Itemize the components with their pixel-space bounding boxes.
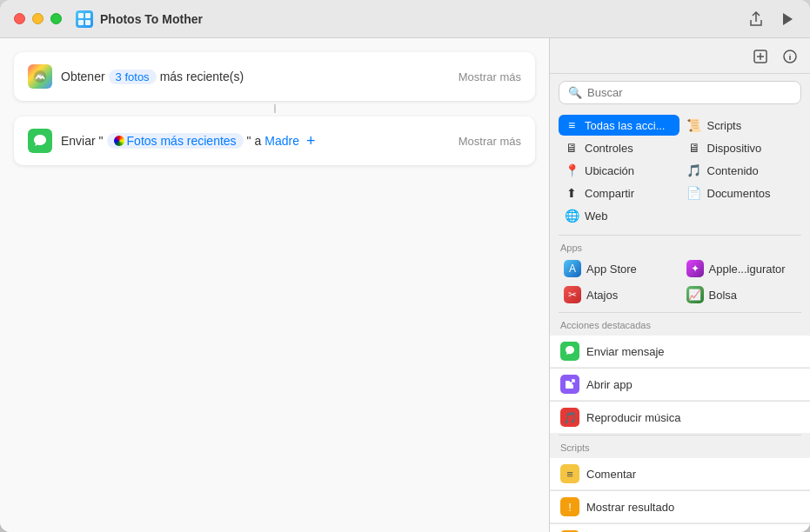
minimize-button[interactable] <box>32 13 44 24</box>
action-mostrar-alerta[interactable]: ! Mostrar alerta <box>550 523 810 532</box>
featured-divider <box>559 312 801 313</box>
traffic-lights <box>14 13 62 24</box>
enviar-recipient[interactable]: Madre <box>264 134 299 148</box>
apps-grid: A App Store ✦ Apple...igurator ✂ Atajos … <box>550 255 810 310</box>
add-recipient-button[interactable]: + <box>306 132 316 150</box>
cat-documentos[interactable]: 📄 Documentos <box>681 183 802 203</box>
contenido-icon: 🎵 <box>686 163 702 177</box>
obtener-mostrar-mas[interactable]: Mostrar más <box>445 70 521 83</box>
action-mostrar-resultado[interactable]: ! Mostrar resultado <box>550 490 810 522</box>
action-abrir-app[interactable]: Abrir app <box>550 368 810 400</box>
reproducir-label: Reproducir música <box>586 411 680 424</box>
svg-rect-1 <box>85 13 90 18</box>
titlebar: Photos To Mother <box>0 0 810 38</box>
categories-grid: ≡ Todas las acci... 📜 Scripts 🖥 Controle… <box>550 111 810 233</box>
right-header <box>550 38 810 74</box>
apps-divider <box>559 235 801 236</box>
titlebar-actions <box>747 10 796 28</box>
todas-icon: ≡ <box>564 118 579 132</box>
cat-controles[interactable]: 🖥 Controles <box>559 137 679 158</box>
ubicacion-icon: 📍 <box>564 163 579 177</box>
enviar-prefix: Enviar " <box>61 134 104 148</box>
enviar-text: Enviar " Fotos más recientes " a Madre + <box>61 132 436 150</box>
documentos-icon: 📄 <box>686 186 702 200</box>
svg-rect-3 <box>85 20 90 25</box>
cat-dispositivo-label: Dispositivo <box>707 142 762 155</box>
fotos-dot-icon <box>114 136 124 146</box>
action-reproducir[interactable]: 🎵 Reproducir música <box>550 401 810 433</box>
scripts-divider <box>559 435 801 436</box>
app-bolsa[interactable]: 📈 Bolsa <box>681 283 802 307</box>
enviar-mostrar-mas[interactable]: Mostrar más <box>445 135 521 148</box>
cat-compartir-label: Compartir <box>585 187 634 200</box>
cat-contenido-label: Contenido <box>707 164 759 177</box>
featured-actions-list: Enviar mensaje Abrir app 🎵 Re <box>550 336 810 433</box>
main-window: Photos To Mother <box>0 0 810 532</box>
app-icon <box>76 10 93 28</box>
bolsa-icon: 📈 <box>686 286 704 303</box>
left-panel: Obtener 3 fotos más reciente(s) Mostrar … <box>0 38 549 532</box>
resultado-icon: ! <box>560 497 579 516</box>
cat-web[interactable]: 🌐 Web <box>559 205 679 226</box>
maximize-button[interactable] <box>50 13 62 24</box>
share-button[interactable] <box>747 10 765 28</box>
cat-scripts[interactable]: 📜 Scripts <box>681 115 802 136</box>
app-atajos[interactable]: ✂ Atajos <box>559 283 679 307</box>
dispositivo-icon: 🖥 <box>686 141 702 155</box>
apple-icon: ✦ <box>686 260 704 277</box>
info-button[interactable] <box>780 47 800 66</box>
scripts-icon: 📜 <box>686 118 702 132</box>
cat-dispositivo[interactable]: 🖥 Dispositivo <box>681 137 802 158</box>
obtener-prefix: Obtener <box>61 70 105 83</box>
app-appstore[interactable]: A App Store <box>559 256 679 281</box>
right-scrollable: ≡ Todas las acci... 📜 Scripts 🖥 Controle… <box>550 111 810 532</box>
enviar-card: Enviar " Fotos más recientes " a Madre +… <box>14 116 535 165</box>
app-bolsa-label: Bolsa <box>709 289 738 302</box>
search-bar[interactable]: 🔍 <box>559 81 801 104</box>
web-icon: 🌐 <box>564 209 579 223</box>
obtener-card: Obtener 3 fotos más reciente(s) Mostrar … <box>14 52 535 101</box>
window-title: Photos To Mother <box>100 12 747 26</box>
obtener-badge[interactable]: 3 fotos <box>109 70 157 84</box>
app-apple[interactable]: ✦ Apple...igurator <box>681 256 802 281</box>
app-apple-label: Apple...igurator <box>709 263 786 276</box>
action-comentar[interactable]: ≡ Comentar <box>550 458 810 489</box>
appstore-icon: A <box>564 260 581 277</box>
abrir-app-label: Abrir app <box>586 378 633 391</box>
search-input[interactable] <box>587 86 792 99</box>
cat-todas-label: Todas las acci... <box>585 119 666 132</box>
enviar-badge[interactable]: Fotos más recientes <box>127 134 237 148</box>
cat-documentos-label: Documentos <box>707 187 771 200</box>
cat-ubicacion-label: Ubicación <box>585 164 634 177</box>
add-action-button[interactable] <box>751 47 770 66</box>
svg-rect-2 <box>78 20 84 25</box>
abrir-app-icon <box>560 375 579 394</box>
action-enviar-mensaje[interactable]: Enviar mensaje <box>550 336 810 367</box>
app-atajos-label: Atajos <box>586 289 618 302</box>
scripts-section-label: Scripts <box>550 437 810 455</box>
scripts-actions-list: ≡ Comentar ! Mostrar resultado ! Mostrar… <box>550 458 810 532</box>
svg-rect-0 <box>78 13 84 18</box>
resultado-label: Mostrar resultado <box>586 501 674 514</box>
cat-scripts-label: Scripts <box>707 119 742 132</box>
cat-web-label: Web <box>585 209 608 223</box>
app-appstore-label: App Store <box>586 263 637 276</box>
cat-contenido[interactable]: 🎵 Contenido <box>681 160 802 181</box>
obtener-text: Obtener 3 fotos más reciente(s) <box>61 70 436 84</box>
main-content: Obtener 3 fotos más reciente(s) Mostrar … <box>0 38 810 532</box>
comentar-label: Comentar <box>586 468 636 481</box>
cat-ubicacion[interactable]: 📍 Ubicación <box>559 160 679 181</box>
play-button[interactable] <box>779 10 796 28</box>
enviar-mensaje-label: Enviar mensaje <box>586 345 665 358</box>
cat-todas[interactable]: ≡ Todas las acci... <box>559 115 679 136</box>
cat-compartir[interactable]: ⬆ Compartir <box>559 183 679 203</box>
atajos-icon: ✂ <box>564 286 581 303</box>
featured-section-label: Acciones destacadas <box>550 315 810 332</box>
right-panel: 🔍 ≡ Todas las acci... 📜 Scripts <box>549 38 810 532</box>
close-button[interactable] <box>14 13 25 24</box>
card-connector <box>274 104 276 113</box>
apps-section-label: Apps <box>550 237 810 255</box>
cat-controles-label: Controles <box>585 142 633 155</box>
enviar-mensaje-icon <box>560 342 579 361</box>
photos-icon <box>28 64 52 89</box>
